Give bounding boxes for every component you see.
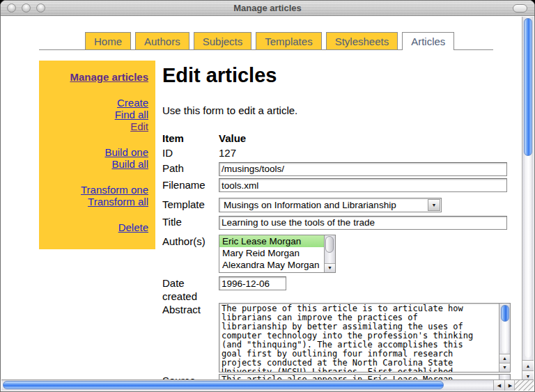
window-resize-grip[interactable] xyxy=(514,379,534,391)
column-header-item: Item xyxy=(162,132,219,145)
filename-label: Filename xyxy=(162,178,219,191)
date-created-input[interactable] xyxy=(219,276,286,290)
scroll-down-icon: ▼ xyxy=(502,365,507,370)
template-select-button[interactable]: ▼ xyxy=(428,199,440,211)
window-controls xyxy=(7,3,45,13)
window-vertical-scrollbar[interactable]: ▲ ▼ xyxy=(522,17,534,381)
template-selected-option: Musings on Information and Librarianship xyxy=(219,198,428,212)
scroll-up-icon: ▲ xyxy=(526,363,531,368)
path-input[interactable] xyxy=(219,162,507,176)
template-label: Template xyxy=(162,198,219,211)
template-select[interactable]: Musings on Information and Librarianship… xyxy=(219,198,442,212)
sidebar-link-edit[interactable]: Edit xyxy=(43,120,148,132)
intro-text: Use this form to edit a article. xyxy=(162,104,522,117)
window-zoom-button[interactable] xyxy=(36,3,45,13)
id-label: ID xyxy=(162,146,219,159)
tab-articles[interactable]: Articles xyxy=(402,32,454,50)
scroll-down-icon: ▼ xyxy=(327,265,332,270)
abstract-row: Abstract The purpose of this article is … xyxy=(162,303,522,373)
tab-templates[interactable]: Templates xyxy=(256,32,321,49)
sidebar-link-find-all[interactable]: Find all xyxy=(43,109,148,120)
authors-label: Author(s) xyxy=(162,235,219,248)
table-header-row: Item Value xyxy=(162,132,522,145)
sidebar-spacer xyxy=(43,207,148,221)
abstract-text[interactable]: The purpose of this article is to articu… xyxy=(219,304,499,372)
content-row: Manage articles Create Find all Edit Bui… xyxy=(39,61,522,381)
app-window: Manage articles Home Authors Subjects Te… xyxy=(0,0,535,392)
horizontal-scrollbar-thumb[interactable] xyxy=(3,381,444,389)
main-panel: Edit articles Use this form to edit a ar… xyxy=(162,61,522,381)
sidebar-link-manage-articles[interactable]: Manage articles xyxy=(43,71,148,83)
sidebar-link-create[interactable]: Create xyxy=(43,97,148,109)
abstract-scrollbar-thumb[interactable] xyxy=(501,305,509,322)
dropdown-arrow-icon: ▼ xyxy=(432,203,437,207)
abstract-scroll-buttons: ▲ ▼ xyxy=(499,354,510,372)
window-minimize-button[interactable] xyxy=(22,3,31,13)
authors-scroll-down-button[interactable]: ▼ xyxy=(325,263,335,272)
scroll-up-icon: ▲ xyxy=(502,356,507,361)
abstract-scroll-up-button[interactable]: ▲ xyxy=(499,354,510,363)
abstract-label: Abstract xyxy=(162,303,219,316)
vertical-scrollbar-thumb[interactable] xyxy=(524,18,532,156)
sidebar-link-transform-one[interactable]: Transform one xyxy=(43,184,148,196)
page-content: Home Authors Subjects Templates Styleshe… xyxy=(1,17,522,381)
date-created-row: Date created xyxy=(162,276,522,303)
scroll-right-icon: ▶ xyxy=(509,383,512,388)
sidebar: Manage articles Create Find all Edit Bui… xyxy=(39,61,155,249)
window-close-button[interactable] xyxy=(7,3,16,13)
tab-authors[interactable]: Authors xyxy=(135,32,189,49)
sidebar-spacer xyxy=(43,170,148,184)
authors-row: Author(s) Eric Lease Morgan Mary Reid Mo… xyxy=(162,235,522,273)
id-row: ID 127 xyxy=(162,146,522,159)
title-input[interactable] xyxy=(219,216,507,230)
authors-listbox[interactable]: Eric Lease Morgan Mary Reid Morgan Alexa… xyxy=(219,235,336,273)
tab-stylesheets[interactable]: Stylesheets xyxy=(326,32,398,49)
scroll-down-icon: ▼ xyxy=(526,374,531,379)
sidebar-link-transform-all[interactable]: Transform all xyxy=(43,196,148,207)
column-header-value: Value xyxy=(219,132,246,145)
window-titlebar[interactable]: Manage articles xyxy=(1,1,534,16)
abstract-textarea[interactable]: The purpose of this article is to articu… xyxy=(219,303,511,373)
authors-scrollbar[interactable]: ▼ xyxy=(324,235,335,272)
date-created-label: Date created xyxy=(162,276,219,303)
id-value: 127 xyxy=(219,146,236,159)
author-option[interactable]: Alexandra May Morgan xyxy=(219,259,324,271)
scroll-up-button[interactable]: ▲ xyxy=(522,360,534,370)
scroll-left-button[interactable]: ◀ xyxy=(493,380,504,391)
vertical-scroll-buttons: ▲ ▼ xyxy=(522,360,534,381)
page-title: Edit articles xyxy=(162,63,522,87)
filename-input[interactable] xyxy=(219,178,507,192)
abstract-scrollbar[interactable]: ▲ ▼ xyxy=(499,304,510,372)
authors-scrollbar-thumb[interactable] xyxy=(325,236,334,253)
window-title: Manage articles xyxy=(1,1,534,15)
horizontal-scroll-buttons: ◀ ▶ xyxy=(493,380,515,391)
title-label: Title xyxy=(162,215,219,228)
path-row: Path xyxy=(162,162,522,176)
sidebar-spacer xyxy=(43,132,148,146)
sidebar-spacer xyxy=(43,83,148,97)
author-option-selected[interactable]: Eric Lease Morgan xyxy=(219,235,324,247)
authors-options: Eric Lease Morgan Mary Reid Morgan Alexa… xyxy=(219,235,324,272)
sidebar-link-build-all[interactable]: Build all xyxy=(43,158,148,170)
scroll-left-icon: ◀ xyxy=(497,383,501,388)
tab-home[interactable]: Home xyxy=(85,32,131,49)
tab-subjects[interactable]: Subjects xyxy=(194,32,252,49)
sidebar-link-delete[interactable]: Delete xyxy=(43,221,148,233)
path-label: Path xyxy=(162,162,219,175)
abstract-scroll-down-button[interactable]: ▼ xyxy=(499,363,510,372)
window-horizontal-scrollbar[interactable]: ◀ ▶ xyxy=(1,379,515,391)
toolbar-toggle-button[interactable] xyxy=(513,4,527,13)
sidebar-link-build-one[interactable]: Build one xyxy=(43,146,148,158)
template-row: Template Musings on Information and Libr… xyxy=(162,198,522,212)
author-option[interactable]: Mary Reid Morgan xyxy=(219,247,324,259)
title-row: Title xyxy=(162,215,522,230)
edit-article-form: Item Value ID 127 Path Filename xyxy=(162,132,522,381)
filename-row: Filename xyxy=(162,178,522,193)
tab-bar: Home Authors Subjects Templates Styleshe… xyxy=(39,32,493,50)
